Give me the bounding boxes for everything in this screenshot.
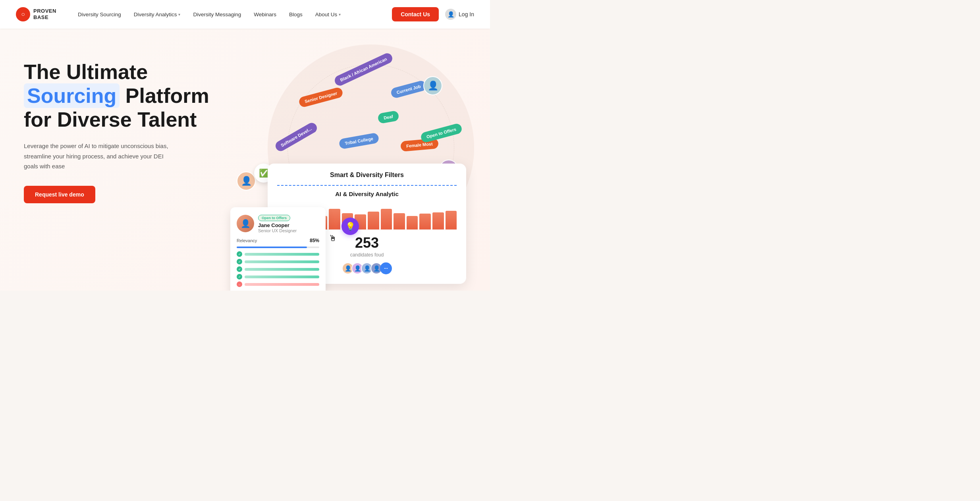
relevancy-bar-fill (237, 247, 307, 248)
skill-check-4: ✓ (237, 274, 242, 279)
hero-subtitle: Leverage the power of AI to mitigate unc… (24, 141, 175, 171)
skill-check-1: ✓ (237, 251, 242, 257)
skill-check-2: ✓ (237, 259, 242, 264)
candidate-name: Jane Cooper (258, 222, 297, 228)
relevancy-label: Relevancy (237, 238, 257, 243)
more-candidates-button[interactable]: ··· (380, 262, 392, 274)
chevron-down-icon: ▾ (178, 12, 180, 17)
demo-button[interactable]: Request live demo (24, 186, 95, 203)
skill-row-5: – (237, 281, 319, 287)
bar-13 (432, 212, 444, 229)
contact-button[interactable]: Contact Us (392, 7, 439, 21)
skill-bar-4 (245, 276, 319, 278)
relevancy-bar-bg (237, 247, 319, 248)
skill-row-3: ✓ (237, 266, 319, 272)
skill-bar-3 (245, 268, 319, 271)
relevancy-score: 85% (310, 238, 319, 243)
hero-content: The UltimateSourcing Platformfor Diverse… (24, 52, 214, 203)
chevron-down-icon-2: ▾ (339, 12, 341, 17)
logo[interactable]: ○ PROVEN BASE (16, 7, 56, 21)
nav-blogs[interactable]: Blogs (284, 8, 308, 21)
bar-14 (446, 211, 457, 229)
bar-9 (381, 209, 392, 229)
bar-8 (368, 212, 379, 229)
bar-10 (394, 213, 405, 229)
candidate-info: Open to Offers Jane Cooper Senior UX Des… (258, 214, 297, 233)
candidate-header: 👤 Open to Offers Jane Cooper Senior UX D… (237, 214, 319, 233)
candidate-role: Senior UX Designer (258, 228, 297, 233)
dashed-divider (277, 185, 457, 186)
skill-bar-2 (245, 260, 319, 263)
hero-illustration: Black / African American Senior Designer… (222, 52, 466, 275)
logo-text: PROVEN BASE (33, 8, 56, 20)
skill-check-3: ✓ (237, 266, 242, 272)
candidate-badge: Open to Offers (258, 215, 290, 221)
nav-links: Diversity Sourcing Diversity Analytics ▾… (72, 8, 392, 21)
cursor-icon: 🖱 (329, 234, 337, 243)
login-button[interactable]: 👤 Log In (445, 9, 474, 20)
hero-title: The UltimateSourcing Platformfor Diverse… (24, 60, 214, 131)
skill-bar-1 (245, 253, 319, 256)
skill-row-2: ✓ (237, 259, 319, 264)
skill-row-4: ✓ (237, 274, 319, 279)
avatar-bottom-left: 👤 (237, 171, 256, 191)
analytics-section-title: AI & Diversity Analytic (277, 191, 457, 197)
nav-about-us[interactable]: About Us ▾ (310, 8, 347, 21)
skill-bar-5 (245, 283, 319, 286)
skill-row-1: ✓ (237, 251, 319, 257)
candidate-card: 👤 Open to Offers Jane Cooper Senior UX D… (230, 207, 326, 291)
candidate-avatar: 👤 (237, 215, 254, 232)
nav-diversity-sourcing[interactable]: Diversity Sourcing (72, 8, 127, 21)
relevancy-row: Relevancy 85% (237, 238, 319, 243)
idea-bubble: 💡 (341, 218, 359, 235)
avatar-top-right: 👤 (423, 76, 442, 95)
bar-12 (419, 214, 431, 229)
nav-diversity-messaging[interactable]: Diversity Messaging (187, 8, 247, 21)
hero-section: The UltimateSourcing Platformfor Diverse… (0, 29, 490, 291)
bar-11 (407, 216, 418, 230)
user-icon: 👤 (445, 9, 456, 20)
navbar: ○ PROVEN BASE Diversity Sourcing Diversi… (0, 0, 490, 29)
filters-title: Smart & Diversity Filters (277, 171, 457, 179)
nav-webinars[interactable]: Webinars (248, 8, 282, 21)
skill-check-5: – (237, 281, 242, 287)
nav-right: Contact Us 👤 Log In (392, 7, 474, 21)
logo-icon: ○ (16, 7, 30, 21)
nav-diversity-analytics[interactable]: Diversity Analytics ▾ (128, 8, 186, 21)
bar-5 (329, 209, 340, 229)
